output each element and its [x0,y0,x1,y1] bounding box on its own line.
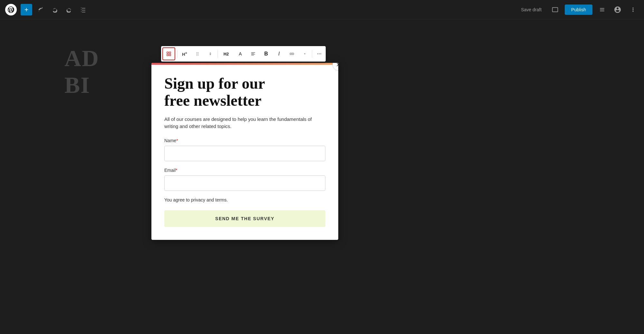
name-input[interactable] [164,146,325,161]
block-type-button[interactable] [162,47,175,60]
privacy-text: You agree to privacy and terms. [164,197,325,202]
bold-button[interactable]: B [260,46,273,62]
svg-point-9 [198,55,198,55]
svg-point-4 [197,52,197,53]
modal-title: Sign up for our free newsletter [164,75,325,109]
svg-point-10 [317,54,318,54]
more-formats-button[interactable] [298,46,311,62]
svg-point-5 [198,52,198,53]
submit-button[interactable]: SEND ME THE SURVEY [164,210,325,227]
email-input[interactable] [164,175,325,191]
svg-point-11 [319,54,320,54]
add-block-button[interactable] [21,4,32,15]
align-button[interactable] [247,46,260,62]
h2-button[interactable]: H2 [218,46,234,62]
toolbar-right: Save draft Publish [517,4,639,15]
modal-content: ✕ Sign up for our free newsletter All of… [151,65,338,240]
edit-button[interactable] [35,4,46,15]
redo-button[interactable] [63,4,75,15]
link-button[interactable] [285,46,298,62]
svg-rect-2 [167,54,168,56]
modal-close-button[interactable]: ✕ [332,63,338,71]
toolbar-divider-2 [217,50,218,58]
svg-rect-1 [169,52,171,54]
sidebar-toggle-button[interactable] [596,4,608,15]
block-more-options-button[interactable] [313,46,326,62]
save-draft-button[interactable]: Save draft [517,5,545,14]
drag-handle-button[interactable] [191,46,204,62]
toolbar-left [5,4,89,15]
top-toolbar: Save draft Publish [0,0,644,19]
publish-button[interactable]: Publish [565,5,592,15]
svg-rect-3 [169,54,171,56]
email-label: Email* [164,168,325,173]
more-options-button[interactable] [627,4,639,15]
list-view-button[interactable] [77,4,89,15]
svg-point-8 [197,55,197,55]
block-toolbar: H+ H2 A B I [161,46,326,62]
text-color-button[interactable]: A [234,46,247,62]
svg-point-12 [320,54,321,54]
user-avatar-button[interactable] [612,4,623,15]
preview-button[interactable] [549,4,561,15]
heading-transform-button[interactable]: H+ [178,46,191,62]
modal-description: All of our courses are designed to help … [164,116,325,130]
canvas-background-text: AD BI [64,45,99,99]
move-block-button[interactable] [204,46,217,62]
svg-rect-0 [167,52,168,54]
wp-logo[interactable] [5,4,17,15]
name-form-group: Name* [164,138,325,161]
toolbar-divider-3 [312,50,312,58]
italic-button[interactable]: I [273,46,285,62]
svg-point-6 [197,54,197,54]
svg-point-7 [198,54,198,54]
email-form-group: Email* [164,168,325,191]
name-label: Name* [164,138,325,143]
toolbar-divider-1 [177,50,178,58]
undo-button[interactable] [49,4,61,15]
newsletter-modal: ✕ Sign up for our free newsletter All of… [151,63,338,240]
